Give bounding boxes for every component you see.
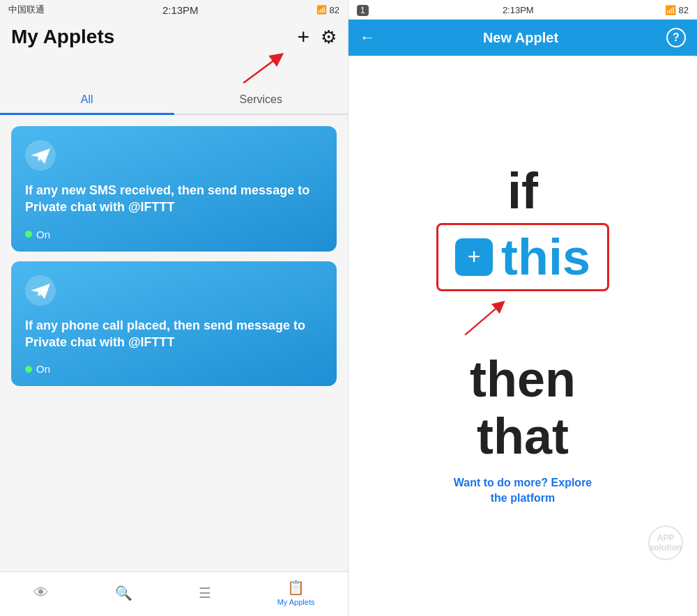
header-actions: + ⚙	[297, 25, 337, 49]
applets-nav-icon: 📋	[287, 579, 305, 596]
if-text: if	[507, 166, 538, 216]
app-title: My Applets	[11, 26, 114, 48]
right-header: ← New Applet ?	[348, 20, 697, 56]
this-label: this	[501, 232, 590, 282]
telegram-icon-2	[25, 275, 56, 306]
bottom-nav: 👁 🔍 ☰ 📋 My Applets	[0, 571, 348, 616]
arrow-annotation	[0, 52, 348, 86]
right-panel-title: New Applet	[483, 30, 558, 46]
new-applet-content: if + this then that Want to do more? Exp…	[348, 56, 697, 616]
help-button[interactable]: ?	[666, 28, 686, 47]
notification-badge: 1	[357, 5, 372, 15]
battery-icon: 82	[330, 5, 339, 15]
applets-list: If any new SMS received, then send messa…	[0, 115, 348, 571]
back-button[interactable]: ←	[360, 29, 375, 47]
status-dot-2	[25, 366, 32, 373]
nav-discover[interactable]: 👁	[33, 584, 49, 602]
applet-status-1: On	[25, 229, 323, 240]
applet-card-2[interactable]: If any phone call placed, then send mess…	[11, 261, 337, 387]
watermark: APP solution	[648, 525, 683, 560]
that-text: that	[477, 411, 569, 461]
right-panel: 1 2:13PM 📶 82 ← New Applet ? if + this	[348, 0, 697, 616]
left-time: 2:13PM	[162, 4, 199, 16]
add-applet-button[interactable]: +	[297, 25, 309, 49]
svg-line-0	[243, 57, 278, 83]
applet-card-1[interactable]: If any new SMS received, then send messa…	[11, 126, 337, 252]
applet-text-1: If any new SMS received, then send messa…	[25, 182, 323, 216]
settings-button[interactable]: ⚙	[321, 26, 337, 48]
nav-my-applets[interactable]: 📋 My Applets	[277, 579, 315, 606]
nav-search[interactable]: 🔍	[115, 585, 132, 601]
applet-icon-1	[25, 140, 323, 174]
search-nav-icon: 🔍	[115, 585, 132, 601]
nav-my-applets-label: My Applets	[277, 598, 315, 606]
explore-link[interactable]: Want to do more? Explore the platform	[454, 475, 592, 507]
activity-icon: ☰	[199, 585, 211, 601]
left-status-bar: 中国联通 2:13PM 📶 82	[0, 0, 348, 20]
tab-all[interactable]: All	[0, 86, 174, 115]
telegram-icon-1	[25, 140, 56, 171]
arrow-svg	[0, 52, 348, 86]
app-header: My Applets + ⚙	[0, 20, 348, 52]
tabs-row: All Services	[0, 86, 348, 115]
applet-text-2: If any phone call placed, then send mess…	[25, 317, 323, 351]
wifi-icon: 📶	[316, 5, 327, 15]
right-time: 2:13PM	[503, 5, 534, 15]
arrow-right-annotation	[362, 291, 683, 340]
carrier-text: 中国联通	[8, 3, 45, 16]
discover-icon: 👁	[33, 584, 49, 602]
this-plus-icon: +	[455, 238, 493, 276]
left-panel: 中国联通 2:13PM 📶 82 My Applets + ⚙	[0, 0, 348, 616]
then-text: then	[470, 354, 576, 404]
arrow-right-svg	[362, 291, 683, 340]
applet-icon-2	[25, 275, 323, 309]
nav-activity[interactable]: ☰	[199, 585, 211, 601]
right-status-bar: 1 2:13PM 📶 82	[348, 0, 697, 20]
svg-line-7	[465, 305, 500, 334]
watermark-circle: APP solution	[648, 525, 683, 560]
this-box[interactable]: + this	[436, 223, 609, 291]
right-status-icons: 📶 82	[665, 5, 689, 15]
right-wifi-icon: 📶	[665, 5, 676, 15]
applet-status-2: On	[25, 363, 323, 375]
right-battery-text: 82	[679, 5, 689, 15]
tab-services[interactable]: Services	[174, 86, 348, 115]
left-status-icons: 📶 82	[316, 5, 339, 15]
status-dot-1	[25, 231, 32, 238]
